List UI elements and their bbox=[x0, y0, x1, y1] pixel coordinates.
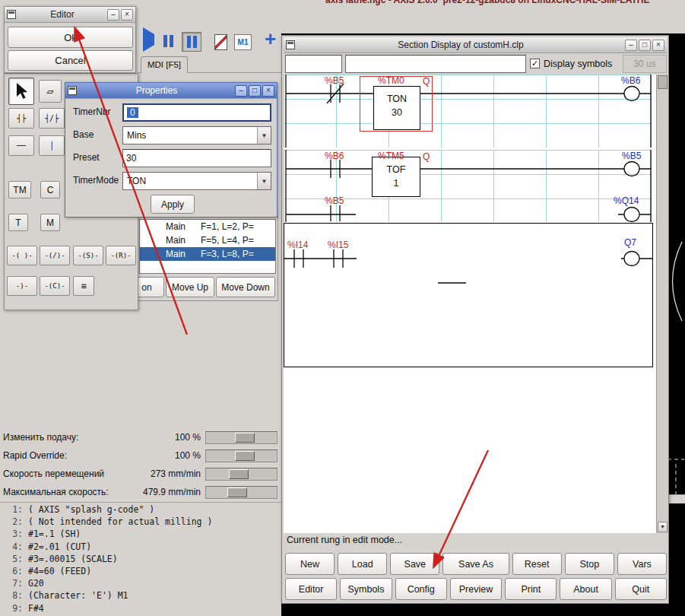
coil-reset-button[interactable]: -(R)- bbox=[106, 246, 136, 265]
scroll-down-icon[interactable]: ▼ bbox=[658, 522, 668, 532]
gcode-line-text: #2=.01 (CUT) bbox=[23, 541, 91, 552]
about-button[interactable]: About bbox=[560, 578, 611, 600]
close-icon[interactable]: × bbox=[652, 40, 664, 51]
timer-tool-button[interactable]: TM bbox=[8, 181, 31, 198]
sections-list[interactable]: MainF=1, L=2, P= MainF=5, L=4, P= MainF=… bbox=[139, 219, 276, 274]
run-icon[interactable] bbox=[143, 34, 154, 45]
move-up-button[interactable]: Move Up bbox=[166, 277, 214, 297]
contact-nc-button[interactable]: ┤/├ bbox=[39, 108, 65, 129]
gcode-line[interactable]: 5:#3=.00015 (SCALE) bbox=[0, 553, 281, 565]
counter-tool-button[interactable]: C bbox=[40, 181, 60, 198]
feed-override-slider[interactable] bbox=[205, 431, 277, 444]
blockdelete-icon[interactable] bbox=[214, 34, 227, 50]
coil-button[interactable]: -( )- bbox=[7, 246, 37, 265]
editor-window: Editor – × Ok Cancel bbox=[4, 6, 136, 73]
rapid-override-slider[interactable] bbox=[205, 449, 277, 462]
coil-not-button[interactable]: -(/)- bbox=[40, 246, 70, 265]
load-button[interactable]: Load bbox=[338, 553, 387, 575]
gcode-line[interactable]: 7:G20 bbox=[0, 577, 281, 589]
section-row[interactable]: MainF=5, L=4, P= bbox=[140, 233, 275, 247]
ladder-viewport[interactable]: TON 30 TOF 1 %B5 %TM0 Q %B6 %B6 %TM5 Q %… bbox=[284, 75, 668, 533]
checkbox-check-icon: ✓ bbox=[531, 59, 538, 68]
pause-button[interactable] bbox=[182, 32, 201, 52]
gcode-line[interactable]: 8:(Character: 'E') M1 bbox=[0, 589, 281, 602]
ok-button[interactable]: Ok bbox=[8, 27, 133, 48]
rapid-override-row: Rapid Override: 100 % bbox=[0, 447, 281, 465]
cancel-button[interactable]: Cancel bbox=[8, 50, 133, 71]
gcode-line[interactable]: 1:( AXIS "splash g-code" ) bbox=[0, 503, 281, 516]
section-row-selected[interactable]: MainF=3, L=8, P= bbox=[140, 247, 275, 261]
step-icon[interactable] bbox=[163, 35, 173, 47]
rung-label-input[interactable] bbox=[285, 55, 342, 73]
timer-block-tm5[interactable]: TOF 1 bbox=[372, 157, 420, 197]
close-icon[interactable]: × bbox=[262, 85, 274, 97]
gcode-line[interactable]: 6:#4=60 (FEED) bbox=[0, 565, 281, 577]
reset-button[interactable]: Reset bbox=[512, 553, 562, 575]
pointer-icon bbox=[14, 82, 29, 100]
gcode-line-number: 2: bbox=[0, 516, 23, 528]
clear-plot-plus-icon[interactable]: + bbox=[265, 29, 276, 49]
minimize-icon[interactable]: – bbox=[235, 85, 247, 97]
maximize-icon[interactable]: □ bbox=[639, 40, 651, 51]
coil-call-icon: -(C)- bbox=[44, 282, 65, 290]
vars-button[interactable]: Vars bbox=[617, 553, 667, 575]
gcode-listing[interactable]: 1:( AXIS "splash g-code" ) 2:( Not inten… bbox=[0, 503, 281, 616]
gcode-line[interactable]: 3:#1=.1 (SH) bbox=[0, 528, 281, 540]
preview-button[interactable]: Preview bbox=[450, 578, 502, 600]
contact-no-button[interactable]: ┤├ bbox=[8, 108, 34, 129]
hline-tool-button[interactable]: ── bbox=[8, 135, 34, 156]
gcode-line-number: 6: bbox=[0, 565, 23, 577]
rung-comment-input[interactable] bbox=[345, 55, 526, 73]
base-select[interactable]: Mins ▼ bbox=[122, 126, 271, 144]
minimize-icon[interactable]: – bbox=[107, 9, 119, 21]
maximize-icon[interactable]: □ bbox=[249, 85, 261, 97]
optional-stop-m1-icon[interactable]: M1 bbox=[234, 34, 252, 50]
eraser-tool-button[interactable]: ▱ bbox=[39, 80, 62, 103]
ladder-scrollbar[interactable]: ▼ bbox=[656, 75, 668, 533]
slider-handle[interactable] bbox=[235, 451, 255, 461]
save-as-button[interactable]: Save As bbox=[442, 553, 509, 575]
monostable-tool-button[interactable]: M bbox=[40, 214, 60, 231]
compare-block-button[interactable]: ≡ bbox=[73, 276, 94, 296]
move-down-button[interactable]: Move Down bbox=[216, 277, 275, 297]
minimize-icon[interactable]: – bbox=[625, 40, 637, 51]
editor-titlebar[interactable]: Editor – × bbox=[5, 7, 135, 23]
display-symbols-checkbox[interactable]: ✓ bbox=[530, 59, 540, 68]
close-icon[interactable]: × bbox=[121, 9, 133, 21]
slider-handle[interactable] bbox=[235, 433, 255, 443]
slider-handle[interactable] bbox=[227, 487, 247, 497]
save-button[interactable]: Save bbox=[390, 553, 439, 575]
timer-mode-select[interactable]: TON ▼ bbox=[122, 172, 271, 190]
section-display-titlebar[interactable]: Section Display of customH.clp – □ × bbox=[284, 37, 667, 53]
print-button[interactable]: Print bbox=[505, 578, 557, 600]
vline-tool-button[interactable]: │ bbox=[39, 135, 65, 156]
chevron-down-icon[interactable]: ▼ bbox=[257, 173, 271, 189]
pointer-tool-button[interactable] bbox=[8, 78, 34, 105]
chevron-down-icon[interactable]: ▼ bbox=[257, 127, 271, 144]
max-velocity-slider[interactable] bbox=[205, 486, 277, 499]
tab-mdi[interactable]: MDI [F5] bbox=[141, 56, 188, 73]
stop-button[interactable]: Stop bbox=[565, 553, 614, 575]
scrollbar-thumb[interactable] bbox=[658, 75, 668, 89]
jog-speed-slider[interactable] bbox=[205, 468, 277, 481]
editor-button[interactable]: Editor bbox=[285, 578, 337, 600]
preset-input[interactable]: 30 bbox=[122, 149, 271, 167]
gcode-line[interactable]: 4:#2=.01 (CUT) bbox=[0, 541, 281, 553]
coil-jump-button[interactable]: -)- bbox=[7, 276, 37, 296]
coil-set-button[interactable]: -(S)- bbox=[73, 246, 103, 265]
timer-nbr-input[interactable]: 0 bbox=[122, 103, 271, 122]
contact-label: %B5 bbox=[325, 75, 344, 86]
new-button[interactable]: New bbox=[285, 553, 335, 575]
config-button[interactable]: Config bbox=[395, 578, 447, 600]
section-row[interactable]: MainF=1, L=2, P= bbox=[140, 220, 275, 233]
symbols-button[interactable]: Symbols bbox=[340, 578, 392, 600]
properties-titlebar[interactable]: Properties – □ × bbox=[65, 83, 277, 99]
timer-iec-tool-button[interactable]: T bbox=[8, 214, 28, 231]
gcode-line[interactable]: 9:F#4 bbox=[0, 602, 281, 614]
slider-handle[interactable] bbox=[229, 469, 249, 479]
feed-override-row: Изменить подачу: 100 % bbox=[0, 429, 281, 447]
apply-button[interactable]: Apply bbox=[151, 195, 195, 214]
coil-call-button[interactable]: -(C)- bbox=[40, 276, 70, 296]
gcode-line[interactable]: 2:( Not intended for actual milling ) bbox=[0, 516, 281, 528]
quit-button[interactable]: Quit bbox=[615, 578, 667, 600]
